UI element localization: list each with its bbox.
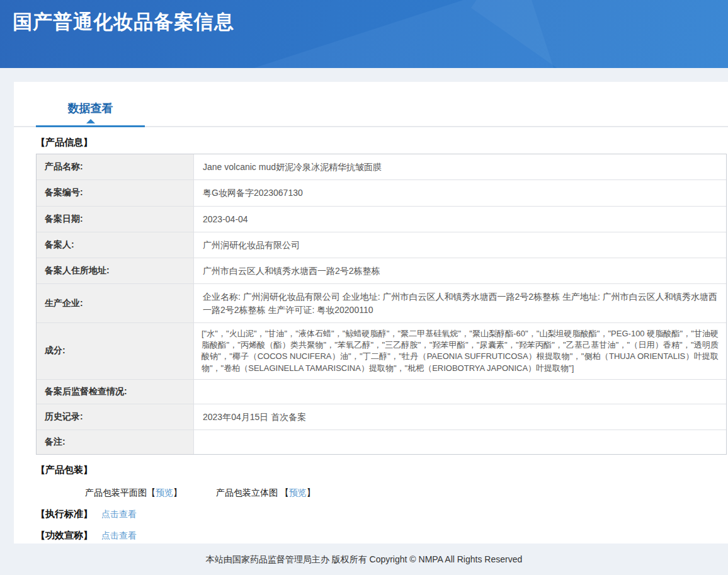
efficacy-claim-row: 【功效宣称】 点击查看 (36, 530, 727, 542)
exec-standard-view-link[interactable]: 点击查看 (101, 509, 137, 520)
row-label-manufacturer: 生产企业: (37, 284, 194, 322)
row-value-remarks (194, 430, 726, 454)
page-title: 国产普通化妆品备案信息 (0, 0, 728, 35)
tab-data-view-label: 数据查看 (68, 102, 113, 115)
bracket-close: 】 (173, 487, 182, 498)
table-row: 历史记录: 2023年04月15日 首次备案 (37, 404, 726, 430)
package-stereo-label: 产品包装立体图 (216, 487, 278, 498)
package-stereo-item: 产品包装立体图 【预览】 (216, 487, 316, 499)
row-label-remarks: 备注: (37, 430, 194, 454)
row-label-ingredients: 成分: (37, 323, 194, 379)
row-value-history: 2023年04月15日 首次备案 (194, 404, 726, 430)
bracket-open: 【 (280, 487, 289, 498)
section-exec-standard-title: 【执行标准】 (36, 508, 93, 520)
page-footer: 本站由国家药品监督管理局主办 版权所有 Copyright © NMPA All… (0, 544, 728, 566)
row-label-history: 历史记录: (37, 404, 194, 430)
table-row: 备案人: 广州润研化妆品有限公司 (37, 232, 726, 258)
package-flat-preview-link[interactable]: 预览 (156, 487, 173, 498)
row-label-record-number: 备案编号: (37, 180, 194, 205)
table-row: 产品名称: Jane volcanic mud妍泥冷泉冰泥精华抗皱面膜 (37, 154, 726, 180)
row-label-registrant: 备案人: (37, 232, 194, 258)
row-value-ingredients: ["水"，"火山泥"，"甘油"，"液体石蜡"，"鲸蜡硬脂醇"，"聚二甲基硅氧烷"… (194, 323, 726, 379)
tab-data-view[interactable]: 数据查看 (36, 101, 145, 127)
page-header: 国产普通化妆品备案信息 (0, 0, 728, 68)
package-stereo-preview-link[interactable]: 预览 (289, 487, 307, 498)
row-label-product-name: 产品名称: (37, 154, 194, 179)
bracket-open: 【 (147, 487, 156, 498)
table-row: 备案后监督检查情况: (37, 380, 726, 404)
package-flat-item: 产品包装平面图【预览】 (85, 487, 182, 499)
table-row: 备案日期: 2023-04-04 (37, 207, 726, 232)
section-efficacy-claim-title: 【功效宣称】 (36, 530, 93, 542)
row-value-supervision-check (194, 380, 726, 404)
section-product-package-title: 【产品包装】 (36, 464, 727, 476)
exec-standard-row: 【执行标准】 点击查看 (36, 508, 727, 520)
row-value-product-name: Jane volcanic mud妍泥冷泉冰泥精华抗皱面膜 (194, 154, 726, 179)
table-row: 备案人住所地址: 广州市白云区人和镇秀水塘西一路2号2栋整栋 (37, 258, 726, 284)
table-row: 备注: (37, 430, 726, 454)
row-value-record-date: 2023-04-04 (194, 207, 726, 232)
product-info-table: 产品名称: Jane volcanic mud妍泥冷泉冰泥精华抗皱面膜 备案编号… (36, 154, 727, 455)
table-row: 备案编号: 粤G妆网备字2023067130 (37, 180, 726, 206)
card-content: 【产品信息】 产品名称: Jane volcanic mud妍泥冷泉冰泥精华抗皱… (14, 137, 728, 542)
efficacy-claim-view-link[interactable]: 点击查看 (101, 530, 137, 542)
row-label-record-date: 备案日期: (37, 207, 194, 232)
section-product-info-title: 【产品信息】 (36, 137, 727, 149)
table-row: 生产企业: 企业名称: 广州润研化妆品有限公司 企业地址: 广州市白云区人和镇秀… (37, 284, 726, 323)
row-value-registrant-address: 广州市白云区人和镇秀水塘西一路2号2栋整栋 (194, 258, 726, 283)
row-value-record-number: 粤G妆网备字2023067130 (194, 180, 726, 205)
package-flat-label: 产品包装平面图 (85, 487, 147, 498)
tab-active-caret-icon (86, 119, 95, 123)
row-value-registrant: 广州润研化妆品有限公司 (194, 232, 726, 258)
row-value-manufacturer: 企业名称: 广州润研化妆品有限公司 企业地址: 广州市白云区人和镇秀水塘西一路2… (194, 284, 726, 322)
main-card: 数据查看 【产品信息】 产品名称: Jane volcanic mud妍泥冷泉冰… (14, 82, 728, 544)
row-label-supervision-check: 备案后监督检查情况: (37, 380, 194, 404)
bracket-close: 】 (307, 487, 316, 498)
package-row: 产品包装平面图【预览】 产品包装立体图 【预览】 (85, 487, 727, 499)
tab-bar: 数据查看 (14, 82, 728, 127)
table-row: 成分: ["水"，"火山泥"，"甘油"，"液体石蜡"，"鲸蜡硬脂醇"，"聚二甲基… (37, 323, 726, 380)
copyright-text: 本站由国家药品监督管理局主办 版权所有 Copyright © NMPA All… (206, 554, 522, 564)
row-label-registrant-address: 备案人住所地址: (37, 258, 194, 283)
